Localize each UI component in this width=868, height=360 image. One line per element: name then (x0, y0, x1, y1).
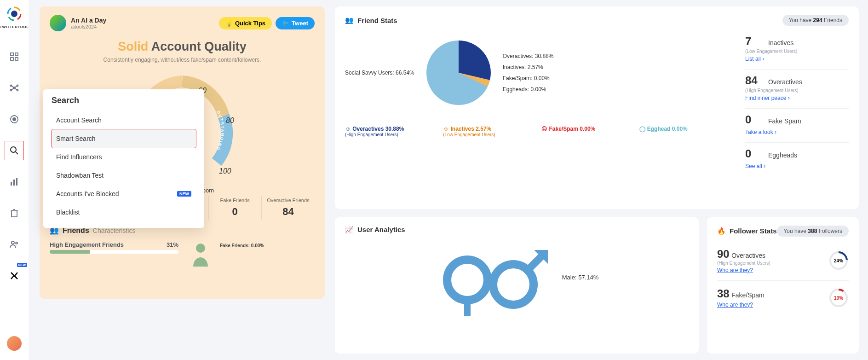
pie-r1: Inactives: 2.57% (503, 64, 554, 70)
inner-peace-link[interactable]: Find inner peace › (745, 95, 790, 101)
svg-rect-2 (15, 53, 18, 56)
who-are-they-link-2[interactable]: Who are they? (717, 302, 753, 308)
tweet-button[interactable]: 🐦 Tweet (276, 17, 315, 29)
svg-point-25 (16, 242, 17, 244)
svg-text:100: 100 (219, 167, 231, 175)
ring-24: 24% (828, 250, 849, 271)
bar-label-0: High Engagement Friends (50, 241, 124, 248)
pie-r3: Eggheads: 0.00% (503, 86, 554, 93)
list-all-link[interactable]: List all › (745, 56, 764, 62)
sidebar: TWITTERTOOL NEW (0, 0, 29, 360)
svg-line-17 (16, 152, 18, 154)
svg-rect-20 (16, 178, 17, 186)
people-icon[interactable] (5, 235, 23, 254)
new-badge: NEW (17, 263, 27, 267)
pie-legend: ☺Overactives 30.88%(High Engagement User… (345, 119, 734, 137)
pie-r0: Overactives: 30.88% (503, 53, 554, 59)
side-stats: 7Inactives(Low Engagement Users)List all… (734, 30, 849, 176)
male-label: Male: 57.14% (562, 274, 599, 281)
svg-rect-19 (13, 180, 15, 186)
search-item-smart[interactable]: Smart Search (52, 129, 196, 148)
svg-line-36 (528, 255, 543, 270)
see-all-link[interactable]: See all › (745, 163, 765, 169)
target-icon[interactable] (5, 110, 23, 128)
svg-rect-18 (11, 182, 12, 186)
dashboard-icon[interactable] (5, 47, 23, 66)
pie-chart: Social Savvy Users: 66.54% Overactives: … (345, 30, 734, 115)
network-icon[interactable] (5, 79, 23, 97)
x-icon[interactable]: NEW (5, 267, 23, 285)
quick-tips-label: Quick Tips (235, 20, 265, 27)
face-icon: ☺ (345, 126, 351, 132)
person-icon (188, 241, 224, 269)
lightbulb-icon: 💡 (225, 20, 233, 27)
svg-point-33 (447, 260, 488, 300)
user-handle: aitools2024 (71, 24, 106, 29)
friend-stats-card: 👥 Friend Stats You have 294 Friends Soci… (335, 6, 859, 209)
svg-point-35 (493, 264, 534, 305)
svg-point-31 (196, 244, 205, 253)
user-name: An AI a Day (71, 17, 106, 24)
quality-title: Solid Account Quality (50, 40, 315, 54)
gender-chart (435, 238, 555, 317)
svg-rect-3 (11, 58, 13, 60)
svg-point-15 (13, 118, 16, 121)
svg-text:80: 80 (226, 116, 234, 124)
friends-characteristics: 👥 Friends Characteristics High Engagemen… (50, 226, 315, 269)
svg-text:10%: 10% (834, 296, 843, 301)
friends-count-badge: You have 294 Friends (782, 15, 849, 26)
logo[interactable] (5, 5, 23, 23)
fire-icon: 🔥 (717, 227, 726, 235)
friend-stats-title: 👥 Friend Stats (345, 16, 397, 24)
search-item-blocked[interactable]: Accounts I've BlockedNEW (52, 185, 196, 203)
pie-label-left: Social Savvy Users: 66.54% (345, 70, 414, 76)
take-look-link[interactable]: Take a look › (745, 129, 776, 135)
bar-pct-0: 31% (167, 241, 178, 248)
tweet-label: Tweet (292, 20, 308, 27)
svg-point-16 (11, 147, 16, 152)
quality-subtitle: Consistently engaging, without/less fake… (50, 57, 315, 63)
egg-icon: ◯ (639, 126, 645, 132)
search-item-blacklist[interactable]: Blacklist (52, 203, 196, 221)
analytics-title: 📈 User Analytics (345, 226, 689, 234)
follower-stats-title: Follower Stats (730, 227, 777, 235)
svg-rect-1 (11, 53, 13, 56)
fake-friends-label: Fake Friends: 0.00% (220, 243, 264, 248)
people-icon: 👥 (345, 16, 354, 24)
bar-fill-0 (50, 250, 90, 254)
svg-text:24%: 24% (834, 258, 843, 263)
twitter-icon: 🐦 (282, 20, 289, 27)
followers-count-badge: You have 388 Followers (777, 226, 849, 237)
new-pill: NEW (177, 191, 191, 197)
stat-overactive: Overactive Friends84 (262, 196, 315, 220)
face-icon: ☹ (541, 126, 547, 132)
analytics-icon[interactable] (5, 173, 23, 191)
svg-point-0 (11, 11, 17, 17)
search-icon[interactable] (5, 141, 23, 160)
brand-text: TWITTERTOOL (0, 25, 29, 29)
who-are-they-link[interactable]: Who are they? (717, 267, 753, 273)
search-item-shadowban[interactable]: Shadowban Test (52, 166, 196, 185)
pie-r2: Fake/Spam: 0.00% (503, 75, 554, 81)
svg-rect-21 (11, 211, 17, 217)
user-analytics-card: 📈 User Analytics Male: 57.14% (335, 217, 699, 354)
user-avatar-sidebar[interactable] (7, 336, 22, 351)
avatar[interactable] (50, 15, 66, 31)
follower-stats-card: 🔥 Follower Stats You have 388 Followers … (707, 217, 859, 354)
ring-10: 10% (828, 288, 849, 308)
chart-icon: 📈 (345, 226, 354, 234)
svg-point-24 (11, 241, 14, 244)
quick-tips-button[interactable]: 💡 Quick Tips (219, 17, 272, 29)
search-title: Search (52, 96, 196, 105)
search-item-account[interactable]: Account Search (52, 111, 196, 129)
svg-rect-4 (15, 58, 18, 60)
stat-fake: Fake Friends0 (209, 196, 262, 220)
search-popover: Search Account Search Smart Search Find … (43, 89, 204, 228)
search-item-influencers[interactable]: Find Influencers (52, 148, 196, 166)
trash-icon[interactable] (5, 204, 23, 222)
face-icon: ☺ (443, 126, 448, 132)
